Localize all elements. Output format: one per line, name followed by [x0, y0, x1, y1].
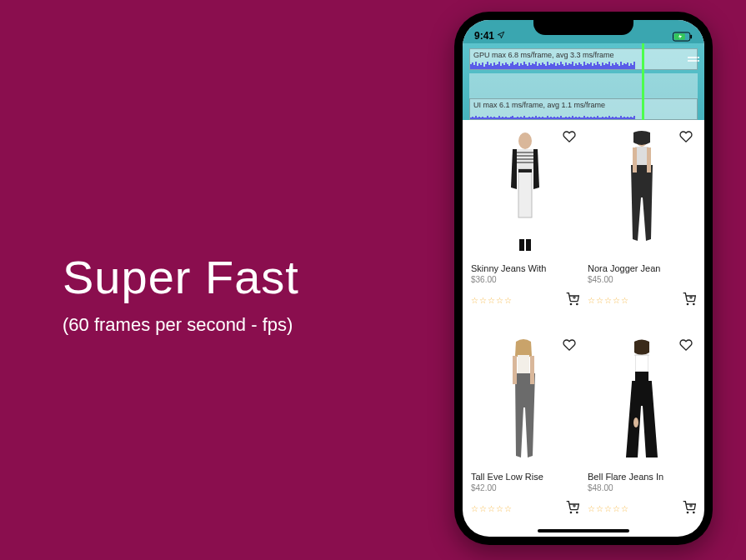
- figure-icon: [496, 339, 554, 464]
- svg-rect-16: [635, 147, 648, 165]
- add-to-cart-icon: [566, 501, 579, 514]
- perf-gpu-label: GPU max 6.8 ms/frame, avg 3.3 ms/frame: [473, 51, 614, 59]
- product-image[interactable]: [588, 127, 696, 260]
- perf-ui-row: UI max 6.1 ms/frame, avg 1.1 ms/frame: [469, 98, 698, 120]
- marketing-block: Super Fast (60 frames per second - fps): [63, 250, 299, 336]
- perf-ui-label: UI max 6.1 ms/frame, avg 1.1 ms/frame: [473, 101, 605, 109]
- product-image[interactable]: [471, 335, 579, 468]
- phone-notch: [533, 20, 633, 35]
- product-image[interactable]: [471, 127, 579, 260]
- status-left: 9:41: [474, 30, 505, 42]
- svg-point-3: [518, 132, 532, 149]
- svg-point-25: [570, 512, 571, 512]
- svg-point-26: [577, 512, 578, 512]
- perf-gpu-bars: [470, 61, 697, 69]
- figure-icon: [496, 131, 554, 256]
- svg-point-14: [577, 303, 578, 304]
- figure-icon: [613, 131, 671, 256]
- add-to-cart-button[interactable]: [566, 292, 579, 308]
- svg-rect-18: [647, 148, 651, 172]
- figure-icon: [613, 339, 671, 464]
- product-title: Nora Jogger Jean: [588, 263, 696, 273]
- product-title: Tall Eve Low Rise: [471, 472, 579, 482]
- performance-overlay[interactable]: GPU max 6.8 ms/frame, avg 3.3 ms/frame U…: [463, 43, 704, 120]
- heart-outline-icon: [563, 130, 576, 143]
- product-actions: ☆☆☆☆☆: [471, 501, 579, 517]
- svg-point-33: [693, 512, 694, 512]
- product-actions: ☆☆☆☆☆: [588, 501, 696, 517]
- add-to-cart-icon: [566, 292, 579, 306]
- svg-rect-28: [635, 355, 648, 372]
- heart-outline-icon: [679, 338, 693, 352]
- marketing-subtitle: (60 frames per second - fps): [63, 314, 299, 336]
- product-actions: ☆☆☆☆☆: [471, 292, 579, 308]
- svg-rect-22: [518, 355, 529, 373]
- product-card[interactable]: Skinny Jeans With $36.00 ☆☆☆☆☆: [471, 127, 579, 320]
- favorite-button[interactable]: [563, 130, 576, 147]
- favorite-button[interactable]: [679, 130, 693, 147]
- svg-rect-23: [513, 356, 517, 384]
- add-to-cart-icon: [683, 292, 696, 306]
- add-to-cart-icon: [683, 501, 696, 514]
- marketing-title: Super Fast: [63, 250, 299, 304]
- favorite-button[interactable]: [679, 338, 693, 355]
- svg-rect-9: [518, 169, 532, 218]
- perf-ui-bars: [470, 111, 697, 119]
- add-to-cart-button[interactable]: [566, 501, 579, 517]
- svg-rect-17: [633, 148, 637, 172]
- product-price: $48.00: [588, 483, 696, 492]
- location-arrow-icon: [497, 30, 505, 42]
- product-card[interactable]: Bell Flare Jeans In $48.00 ☆☆☆☆☆: [588, 335, 696, 528]
- svg-point-13: [570, 303, 571, 304]
- phone-frame: 9:41 GPU max 6.8 ms/frame, avg 3.3 ms/fr…: [454, 12, 713, 545]
- product-price: $42.00: [471, 483, 579, 492]
- svg-point-20: [693, 303, 694, 304]
- perf-gpu-row: GPU max 6.8 ms/frame, avg 3.3 ms/frame: [469, 48, 698, 70]
- svg-point-19: [687, 303, 688, 304]
- svg-rect-11: [519, 239, 524, 251]
- phone-screen: 9:41 GPU max 6.8 ms/frame, avg 3.3 ms/fr…: [463, 20, 704, 537]
- frame-marker-line: [642, 43, 644, 120]
- add-to-cart-button[interactable]: [683, 292, 696, 308]
- svg-rect-10: [518, 169, 532, 172]
- perf-gpu-graph-area: [469, 73, 698, 98]
- product-card[interactable]: Nora Jogger Jean $45.00 ☆☆☆☆☆: [588, 127, 696, 320]
- stars-0-icon[interactable]: ☆☆☆☆☆: [588, 296, 629, 305]
- product-title: Skinny Jeans With: [471, 263, 579, 273]
- svg-rect-12: [526, 239, 531, 251]
- svg-rect-1: [690, 35, 692, 39]
- product-grid[interactable]: Skinny Jeans With $36.00 ☆☆☆☆☆: [463, 120, 704, 528]
- svg-rect-31: [648, 356, 653, 381]
- product-actions: ☆☆☆☆☆: [588, 292, 696, 308]
- svg-rect-30: [631, 356, 635, 381]
- heart-outline-icon: [563, 338, 576, 352]
- status-time: 9:41: [474, 30, 494, 42]
- stars-0-icon[interactable]: ☆☆☆☆☆: [471, 504, 513, 513]
- product-price: $45.00: [588, 275, 696, 284]
- svg-rect-24: [530, 356, 534, 384]
- favorite-button[interactable]: [563, 338, 576, 355]
- product-card[interactable]: Tall Eve Low Rise $42.00 ☆☆☆☆☆: [471, 335, 579, 528]
- home-indicator[interactable]: [538, 529, 629, 532]
- product-image[interactable]: [588, 335, 696, 468]
- stars-0-icon[interactable]: ☆☆☆☆☆: [471, 296, 513, 305]
- product-price: $36.00: [471, 275, 579, 284]
- heart-outline-icon: [679, 130, 693, 143]
- svg-point-32: [687, 512, 688, 512]
- add-to-cart-button[interactable]: [683, 501, 696, 517]
- stars-0-icon[interactable]: ☆☆☆☆☆: [588, 504, 629, 513]
- svg-point-29: [633, 418, 638, 428]
- battery-charging-icon: [673, 32, 693, 42]
- product-title: Bell Flare Jeans In: [588, 472, 696, 482]
